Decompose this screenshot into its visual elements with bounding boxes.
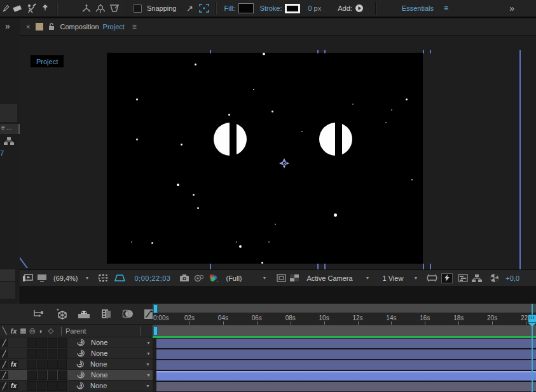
fill-label[interactable]: Fill:	[224, 4, 235, 12]
layer-duration-bar[interactable]	[156, 371, 536, 381]
time-navigator-bar[interactable]	[153, 304, 536, 313]
panel-menu-icon[interactable]: ≡	[132, 22, 137, 31]
work-area-start-handle[interactable]	[153, 327, 158, 335]
current-timecode[interactable]: 0;00;22;03	[134, 274, 170, 282]
stroke-label[interactable]: Stroke:	[260, 4, 282, 12]
snapshot-icon[interactable]	[179, 274, 189, 282]
frame-blending-icon[interactable]	[100, 309, 112, 319]
resolution-caret-icon[interactable]: ▼	[263, 276, 267, 280]
draft-3d-icon[interactable]	[490, 273, 499, 283]
flowchart-icon[interactable]	[4, 137, 14, 145]
switch-cell[interactable]	[48, 338, 57, 348]
switch-cell[interactable]	[37, 360, 46, 369]
orbit-camera-tool-icon[interactable]	[79, 2, 93, 15]
tab-comp-name[interactable]: Project	[103, 23, 125, 30]
roto-brush-tool-icon[interactable]	[24, 2, 38, 15]
tab-title[interactable]: Composition	[60, 23, 99, 30]
layer-row[interactable]: ╱ None▼	[0, 337, 153, 348]
layer-fx-badge[interactable]: fx	[9, 382, 18, 390]
resolution-value[interactable]: (Full)	[226, 274, 242, 282]
playhead-handle[interactable]	[528, 314, 536, 323]
channels-icon[interactable]	[208, 274, 218, 282]
choose-grid-icon[interactable]	[98, 274, 108, 282]
dolly-camera-tool-icon[interactable]	[107, 2, 121, 15]
add-shape-icon[interactable]	[352, 2, 366, 15]
layer-duration-bar[interactable]	[156, 382, 536, 391]
camera-view-caret-icon[interactable]: ▼	[366, 276, 370, 280]
switch-cell[interactable]	[58, 338, 67, 348]
parent-dropdown[interactable]: None▼	[90, 360, 150, 368]
transparency-grid-icon[interactable]	[290, 274, 299, 281]
comp-flowchart-icon[interactable]	[472, 274, 482, 283]
pick-whip-icon[interactable]	[77, 339, 85, 346]
parent-dropdown[interactable]: None▼	[91, 339, 151, 346]
switch-cell[interactable]	[38, 370, 47, 380]
switch-cell[interactable]	[58, 349, 67, 358]
pen-tool-icon[interactable]	[3, 2, 10, 15]
region-of-interest-icon[interactable]	[277, 274, 286, 282]
timeline-track-area[interactable]: 0:00s02s04s06s08s10s12s14s16s18s20s22s	[153, 304, 536, 392]
switch-cell[interactable]	[38, 349, 47, 358]
switch-cell[interactable]	[38, 338, 47, 348]
pick-whip-icon[interactable]	[77, 349, 85, 357]
show-snapshot-icon[interactable]	[193, 274, 204, 282]
work-area-bar[interactable]	[153, 325, 536, 336]
layer-quality-icon[interactable]: ╱	[0, 339, 8, 347]
layer-duration-bar[interactable]	[156, 360, 536, 370]
mask-visibility-icon[interactable]	[114, 274, 125, 282]
fill-swatch[interactable]	[238, 3, 254, 13]
camera-view-value[interactable]: Active Camera	[306, 274, 352, 282]
layer-quality-icon[interactable]: ╱	[0, 349, 8, 358]
pixel-aspect-icon[interactable]	[427, 274, 437, 282]
switch-cell[interactable]	[27, 370, 37, 380]
switch-cell[interactable]	[48, 349, 57, 358]
magnification-value[interactable]: (69,4%)	[53, 274, 78, 282]
monitor-icon[interactable]	[37, 274, 47, 282]
always-preview-icon[interactable]	[22, 274, 33, 282]
snap-options-icon[interactable]	[197, 2, 211, 15]
comp-name-button[interactable]: Project	[31, 55, 64, 67]
switch-cell[interactable]	[57, 360, 67, 369]
snap-arrow-icon[interactable]: ↗	[183, 2, 197, 15]
switch-cell[interactable]	[37, 381, 46, 391]
lock-icon[interactable]	[48, 23, 55, 30]
parent-dropdown[interactable]: None▼	[91, 349, 151, 357]
layer-quality-icon[interactable]: ╱	[0, 382, 8, 390]
eraser-tool-icon[interactable]	[10, 2, 24, 15]
navigator-start-handle[interactable]	[153, 304, 158, 313]
layer-row[interactable]: ╱fx None▼	[0, 381, 153, 391]
toolbar-overflow-icon[interactable]: »	[509, 3, 514, 13]
layer-row[interactable]: ╱ None▼	[0, 370, 153, 381]
composition-canvas[interactable]	[107, 53, 423, 264]
draft-3d-toggle-icon[interactable]	[55, 309, 67, 320]
label-color-swatch[interactable]	[36, 23, 43, 30]
switch-cell[interactable]	[27, 381, 36, 391]
switch-cell[interactable]	[47, 360, 57, 369]
workspace-menu-icon[interactable]: ≡	[444, 4, 448, 13]
parent-dropdown[interactable]: None▼	[91, 371, 151, 379]
switch-cell[interactable]	[27, 349, 37, 358]
layer-quality-icon[interactable]: ╱	[0, 371, 8, 379]
switch-cell[interactable]	[48, 370, 57, 380]
layer-quality-icon[interactable]: ╱	[0, 360, 8, 368]
parent-dropdown[interactable]: None▼	[90, 382, 150, 389]
comp-mini-flowchart-icon[interactable]	[33, 309, 45, 319]
layer-fx-badge[interactable]: fx	[9, 360, 18, 368]
switch-cell[interactable]	[58, 370, 67, 380]
switch-cell[interactable]	[27, 338, 37, 348]
pick-whip-icon[interactable]	[77, 371, 85, 379]
exposure-value[interactable]: +0,0	[505, 274, 519, 282]
layer-duration-bar[interactable]	[156, 349, 536, 359]
snapping-checkbox[interactable]	[134, 4, 142, 13]
tab-close-icon[interactable]: ×	[26, 23, 30, 30]
pick-whip-icon[interactable]	[76, 360, 84, 368]
panel-expand-icon[interactable]: »	[5, 21, 10, 31]
puppet-pin-tool-icon[interactable]	[38, 2, 52, 15]
layer-row[interactable]: ╱fx None▼	[0, 359, 153, 370]
view-layout-caret-icon[interactable]: ▼	[413, 276, 418, 280]
workspace-label[interactable]: Essentials	[402, 4, 434, 12]
time-ruler[interactable]: 0:00s02s04s06s08s10s12s14s16s18s20s22s	[153, 313, 536, 325]
pan-camera-tool-icon[interactable]	[93, 2, 107, 15]
pick-whip-icon[interactable]	[76, 382, 84, 389]
magnification-caret-icon[interactable]: ▼	[85, 276, 90, 280]
